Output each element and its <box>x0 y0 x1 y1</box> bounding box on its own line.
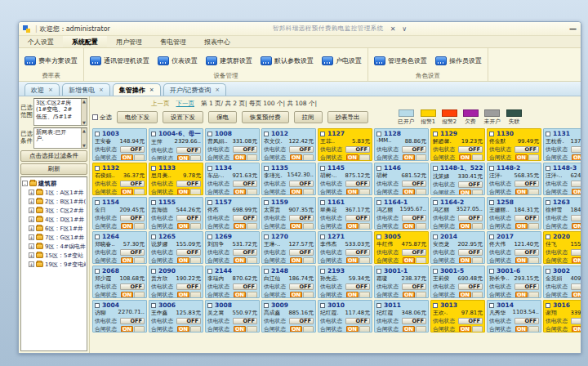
card-checkbox[interactable] <box>151 303 156 308</box>
filter-select-button[interactable]: 点击选择过滤条件 <box>20 150 87 162</box>
meter-card[interactable]: 2068郑少霞108.68元供电状态OFF合闸状态ON <box>92 266 147 298</box>
card-checkbox[interactable] <box>320 166 325 171</box>
supply-off-button[interactable]: OFF <box>120 249 145 256</box>
meter-card[interactable]: 1164-1冯乙丽1595.67..供电状态OFF合闸状态ON <box>374 197 429 230</box>
supply-off-button[interactable]: OFF <box>289 146 314 153</box>
switch-on-button[interactable]: ON <box>515 257 528 264</box>
supply-off-button[interactable]: OFF <box>514 318 539 324</box>
menu-item-0[interactable]: 个人设置 <box>19 36 63 47</box>
card-checkbox[interactable] <box>207 303 212 308</box>
switch-on-button[interactable]: ON <box>515 154 528 161</box>
switch-on-button[interactable]: ON <box>346 257 359 264</box>
condition-scrollbar[interactable]: ▲▼ <box>81 128 87 148</box>
switch-on-button[interactable]: ON <box>403 189 415 195</box>
meter-card[interactable]: 1258王姗丽..184.31元供电状态OFF合闸状态ON <box>487 197 541 230</box>
card-checkbox[interactable] <box>95 234 100 239</box>
card-checkbox[interactable] <box>433 200 438 205</box>
meter-card[interactable]: 1127王菲..5.83元供电状态OFF合闸状态ON <box>318 128 372 161</box>
expand-icon[interactable]: + <box>29 243 34 249</box>
meter-card[interactable]: 1154金日209.45元供电状态OFF合闸状态ON <box>92 197 147 230</box>
card-checkbox[interactable] <box>151 269 156 274</box>
switch-on-button[interactable]: ON <box>403 257 415 264</box>
card-checkbox[interactable] <box>376 303 381 308</box>
meter-card[interactable]: 2020佳飞155.93元供电状态OFF合闸状态ON <box>543 231 581 264</box>
meter-card[interactable]: 2193孙先志.59.34元供电状态OFF合闸状态ON <box>318 266 372 298</box>
supply-off-button[interactable]: OFF <box>514 146 539 153</box>
card-checkbox[interactable] <box>376 166 381 171</box>
card-checkbox[interactable] <box>207 132 212 136</box>
meter-card[interactable]: 1129解廼馨.19.23元供电状态OFF合闸状态ON <box>430 128 485 161</box>
ribbon-button-1-2[interactable]: 建筑群设置 <box>203 54 256 68</box>
meter-card[interactable]: 1263徐鲜雪184.45元供电状态OFF合闸状态ON <box>543 197 581 230</box>
meter-card[interactable]: 1132石俊娟..36.37元供电状态OFF合闸状态ON <box>92 163 147 195</box>
card-checkbox[interactable] <box>433 166 438 171</box>
expand-icon[interactable]: + <box>29 225 34 231</box>
tab-close-icon[interactable]: × <box>149 87 154 93</box>
supply-off-button[interactable]: OFF <box>571 318 581 324</box>
switch-on-button[interactable]: ON <box>290 257 302 264</box>
prev-page-link[interactable]: 上一页 <box>151 100 170 108</box>
supply-off-button[interactable]: OFF <box>289 215 314 221</box>
switch-on-button[interactable]: ON <box>403 223 415 230</box>
meter-card[interactable]: 1271李伟杰533.03元供电状态OFF合闸状态ON <box>318 231 372 264</box>
supply-off-button[interactable]: OFF <box>176 215 201 221</box>
close-icon[interactable]: ✕ <box>390 25 396 33</box>
supply-off-button[interactable]: OFF <box>176 283 201 290</box>
tab-close-icon[interactable]: × <box>48 87 53 93</box>
expand-icon[interactable]: + <box>29 216 34 222</box>
meter-card[interactable]: 1159太置贵907.35元供电状态OFF合闸状态ON <box>261 197 316 230</box>
supply-off-button[interactable]: OFF <box>402 318 426 324</box>
meter-card[interactable]: 1148-2汪洋-568.35元供电状态OFF合闸状态ON <box>487 163 541 195</box>
card-checkbox[interactable] <box>264 269 269 274</box>
meter-card[interactable]: 2148白江仙186.74元供电状态OFF合闸状态ON <box>261 266 316 298</box>
card-checkbox[interactable] <box>320 200 325 205</box>
card-checkbox[interactable] <box>546 132 550 136</box>
switch-on-button[interactable]: ON <box>346 223 359 230</box>
select-all[interactable]: 全选 <box>92 114 112 122</box>
card-checkbox[interactable] <box>151 234 156 239</box>
supply-off-button[interactable]: OFF <box>233 249 257 256</box>
card-checkbox[interactable] <box>151 132 156 136</box>
toolbar-button-3[interactable]: 恢复预付费 <box>242 111 289 123</box>
supply-off-button[interactable]: OFF <box>345 215 370 221</box>
supply-off-button[interactable]: OFF <box>120 181 145 187</box>
switch-on-button[interactable]: ON <box>177 326 189 333</box>
card-checkbox[interactable] <box>320 132 325 136</box>
supply-off-button[interactable]: OFF <box>571 181 581 187</box>
meter-card[interactable]: 3011纪红霞348.06元供电状态OFF合闸状态ON <box>374 300 429 333</box>
supply-off-button[interactable]: OFF <box>514 215 539 221</box>
tree-item-6[interactable]: +9区：4#锅电井（4 <box>22 242 86 251</box>
ribbon-button-1-0[interactable]: 通讯管理机设置 <box>87 54 153 68</box>
switch-on-button[interactable]: ON <box>234 257 246 264</box>
supply-off-button[interactable]: OFF <box>120 318 145 324</box>
card-checkbox[interactable] <box>546 303 550 308</box>
switch-on-button[interactable]: ON <box>177 223 189 230</box>
meter-card[interactable]: 3005牛红伟475.87元供电状态OFF合闸状态ON <box>374 231 429 264</box>
meter-card[interactable]: 1146胡树681.52元供电状态OFF合闸状态ON <box>374 163 429 195</box>
card-checkbox[interactable] <box>433 303 438 308</box>
supply-off-button[interactable]: OFF <box>514 181 539 187</box>
supply-off-button[interactable]: OFF <box>176 147 201 154</box>
expand-icon[interactable]: + <box>29 190 34 195</box>
card-checkbox[interactable] <box>95 132 100 136</box>
tree-item-1[interactable]: +2区：B区1#井(B区 <box>22 197 86 206</box>
supply-off-button[interactable]: OFF <box>176 318 201 324</box>
switch-on-button[interactable]: ON <box>459 223 471 230</box>
meter-card[interactable]: 2017佟大伟121.40元供电状态OFF合闸状态ON <box>487 231 541 264</box>
switch-on-button[interactable]: ON <box>121 189 133 195</box>
tree-item-7[interactable]: +15区：5#变站（3# <box>22 251 86 260</box>
meter-card[interactable]: 3014凡秀华1103.54..供电状态OFF合闸状态ON <box>487 300 541 333</box>
switch-on-button[interactable]: ON <box>177 257 189 264</box>
card-checkbox[interactable] <box>151 166 156 171</box>
menu-item-1[interactable]: 系统配置 <box>63 36 107 47</box>
supply-off-button[interactable]: OFF <box>345 249 370 256</box>
scope-scrollbar[interactable]: ▲▼ <box>81 99 87 125</box>
card-checkbox[interactable] <box>433 269 438 274</box>
meter-card[interactable]: 1265说梦娜155.09元供电状态OFF合闸状态ON <box>149 231 203 264</box>
switch-on-button[interactable]: ON <box>234 292 246 298</box>
tree-item-5[interactable]: +7区：G区1#井 <box>22 233 86 242</box>
card-checkbox[interactable] <box>207 269 212 274</box>
card-checkbox[interactable] <box>489 200 494 205</box>
supply-off-button[interactable]: OFF <box>233 283 257 290</box>
ribbon-button-0-0[interactable]: 费率方案设置 <box>21 54 81 68</box>
